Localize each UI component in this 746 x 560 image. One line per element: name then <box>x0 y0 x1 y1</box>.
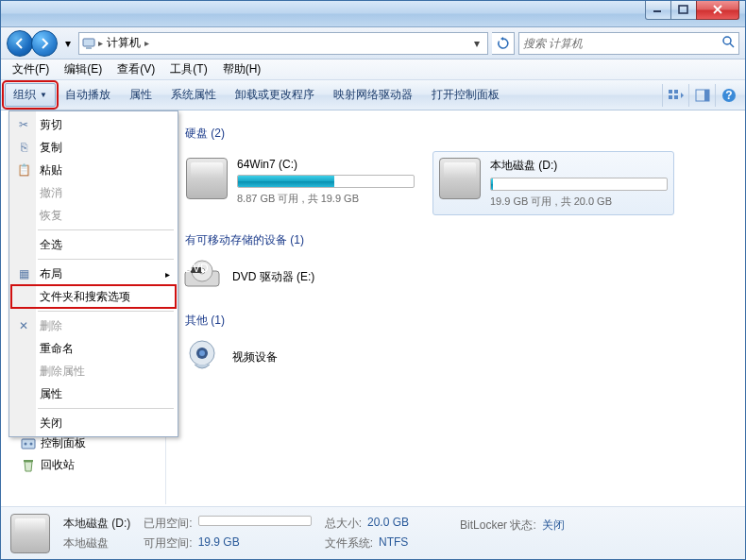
hdd-icon <box>186 158 228 199</box>
maximize-button[interactable] <box>670 1 697 20</box>
svg-text:DVD: DVD <box>184 262 209 275</box>
breadcrumb-text[interactable]: 计算机 <box>105 35 143 51</box>
organize-button[interactable]: 组织 ▼ <box>5 83 56 107</box>
svg-rect-8 <box>669 95 672 99</box>
control-panel-icon <box>20 435 37 452</box>
webcam-icon <box>183 338 221 376</box>
navbar: ▾ ▸ 计算机 ▸ ▾ <box>1 27 745 59</box>
svg-point-4 <box>723 37 731 44</box>
drive-info: 19.9 GB 可用 , 共 20.0 GB <box>490 195 668 209</box>
copy-icon: ⎘ <box>15 139 32 156</box>
back-button[interactable] <box>7 30 33 57</box>
device-video[interactable]: 视频设备 <box>179 338 732 376</box>
menu-item-delete[interactable]: ✕删除 <box>11 314 176 337</box>
menu-item-folder-options[interactable]: 文件夹和搜索选项 <box>11 285 176 308</box>
menu-view[interactable]: 查看(V) <box>110 59 162 79</box>
search-box[interactable] <box>518 32 739 55</box>
breadcrumb-dropdown[interactable]: ▾ <box>468 37 485 50</box>
hdd-icon <box>10 514 50 553</box>
sb-total-label: 总大小: <box>325 516 362 532</box>
menu-edit[interactable]: 编辑(E) <box>57 59 110 79</box>
search-input[interactable] <box>523 37 721 50</box>
toolbar: 组织 ▼ 自动播放 属性 系统属性 卸载或更改程序 映射网络驱动器 打开控制面板… <box>1 80 745 110</box>
svg-point-18 <box>30 442 33 445</box>
device-name: DVD 驱动器 (E:) <box>232 269 314 285</box>
sb-bitlocker-val: 关闭 <box>542 518 565 534</box>
menu-help[interactable]: 帮助(H) <box>215 59 269 79</box>
breadcrumb[interactable]: ▸ 计算机 ▸ ▾ <box>78 32 488 55</box>
menu-file[interactable]: 文件(F) <box>5 59 57 79</box>
paste-icon: 📋 <box>15 161 32 178</box>
svg-rect-1 <box>679 6 687 13</box>
nav-arrows <box>7 30 58 57</box>
view-mode-button[interactable] <box>662 84 688 107</box>
menu-item-select-all[interactable]: 全选 <box>11 233 176 256</box>
svg-rect-9 <box>674 95 678 99</box>
drive-c[interactable]: 64Win7 (C:) 8.87 GB 可用 , 共 19.9 GB <box>179 151 421 215</box>
delete-icon: ✕ <box>15 317 32 334</box>
titlebar <box>1 1 745 27</box>
svg-rect-3 <box>86 47 92 49</box>
section-hdd-header[interactable]: 硬盘 (2) <box>179 126 732 142</box>
sidebar-item-recycle-bin[interactable]: 回收站 <box>1 454 165 476</box>
statusbar-title: 本地磁盘 (D:) <box>63 516 130 532</box>
map-drive-button[interactable]: 映射网络驱动器 <box>324 83 422 107</box>
menu-item-rename[interactable]: 重命名 <box>11 337 176 360</box>
svg-point-27 <box>199 350 205 356</box>
menu-tools[interactable]: 工具(T) <box>162 59 214 79</box>
open-control-panel-button[interactable]: 打开控制面板 <box>422 83 509 107</box>
sb-used-bar <box>198 516 312 526</box>
preview-pane-button[interactable] <box>688 84 715 107</box>
computer-icon <box>81 36 96 51</box>
sb-total-val: 20.0 GB <box>367 516 409 532</box>
sb-free-val: 19.9 GB <box>198 535 240 552</box>
menu-item-layout[interactable]: ▦布局▸ <box>11 263 176 285</box>
svg-point-17 <box>25 442 27 445</box>
menu-separator <box>38 311 174 312</box>
svg-rect-2 <box>83 39 94 46</box>
sb-fs-val: NTFS <box>379 535 408 552</box>
drive-d[interactable]: 本地磁盘 (D:) 19.9 GB 可用 , 共 20.0 GB <box>432 151 674 215</box>
chevron-right-icon: ▸ <box>165 269 170 280</box>
statusbar-subtitle: 本地磁盘 <box>63 535 109 552</box>
forward-button[interactable] <box>31 30 58 57</box>
menu-item-paste[interactable]: 📋粘贴 <box>11 159 176 181</box>
nav-history-dropdown[interactable]: ▾ <box>61 31 75 56</box>
drive-capacity-bar <box>237 175 415 188</box>
menu-item-undo[interactable]: 撤消 <box>11 181 176 204</box>
device-name: 视频设备 <box>232 349 278 365</box>
sidebar-label: 回收站 <box>41 457 75 473</box>
section-title: 有可移动存储的设备 (1) <box>185 232 304 248</box>
section-other-header[interactable]: 其他 (1) <box>179 313 732 329</box>
device-dvd[interactable]: DVD DVD 驱动器 (E:) <box>179 258 732 296</box>
menu-item-remove-properties[interactable]: 删除属性 <box>11 360 176 382</box>
uninstall-button[interactable]: 卸载或更改程序 <box>226 83 324 107</box>
menu-item-properties[interactable]: 属性 <box>11 382 176 405</box>
menu-item-copy[interactable]: ⎘复制 <box>11 136 176 159</box>
autoplay-button[interactable]: 自动播放 <box>56 83 120 107</box>
refresh-button[interactable] <box>492 32 515 55</box>
close-button[interactable] <box>696 1 739 20</box>
sidebar-label: 控制面板 <box>41 435 86 451</box>
menu-item-close[interactable]: 关闭 <box>11 412 176 434</box>
minimize-button[interactable] <box>645 1 671 20</box>
sb-free-label: 可用空间: <box>144 535 192 552</box>
chevron-right-icon[interactable]: ▸ <box>144 38 149 48</box>
menubar: 文件(F) 编辑(E) 查看(V) 工具(T) 帮助(H) <box>1 59 745 80</box>
menu-separator <box>38 408 174 409</box>
menu-item-cut[interactable]: ✂剪切 <box>11 113 176 136</box>
system-properties-button[interactable]: 系统属性 <box>161 83 226 107</box>
drive-capacity-bar <box>490 178 668 191</box>
hdd-icon <box>439 158 481 199</box>
section-removable-header[interactable]: 有可移动存储的设备 (1) <box>179 232 732 248</box>
section-title: 其他 (1) <box>185 313 225 329</box>
layout-icon: ▦ <box>15 265 32 282</box>
drive-name: 64Win7 (C:) <box>237 158 415 171</box>
search-icon[interactable] <box>721 35 735 51</box>
help-button[interactable]: ? <box>715 84 741 107</box>
svg-rect-0 <box>653 10 661 12</box>
properties-button[interactable]: 属性 <box>120 83 161 107</box>
menu-item-redo[interactable]: 恢复 <box>11 204 176 227</box>
organize-menu: ✂剪切 ⎘复制 📋粘贴 撤消 恢复 全选 ▦布局▸ 文件夹和搜索选项 ✕删除 重… <box>8 110 178 437</box>
chevron-down-icon: ▼ <box>40 91 47 99</box>
